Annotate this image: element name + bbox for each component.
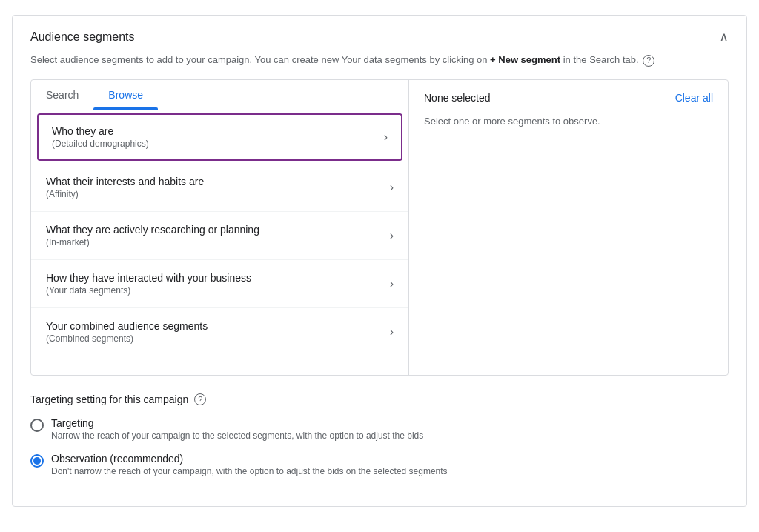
- targeting-radio[interactable]: [30, 419, 44, 432]
- browse-item-sub-4: (Combined segments): [46, 333, 208, 344]
- browse-item-main-0: Who they are: [52, 125, 149, 137]
- targeting-label-desc: Narrow the reach of your campaign to the…: [51, 430, 423, 441]
- browse-item-sub-1: (Affinity): [46, 189, 204, 199]
- browse-item-main-1: What their interests and habits are: [46, 176, 204, 187]
- panel-header: Audience segments ∧: [30, 30, 729, 44]
- radio-option-targeting: Targeting Narrow the reach of your campa…: [30, 417, 729, 441]
- browse-item-who-they-are[interactable]: Who they are (Detailed demographics) ›: [37, 113, 402, 161]
- description-bold: + New segment: [490, 54, 560, 65]
- browse-list: Who they are (Detailed demographics) › W…: [31, 110, 408, 375]
- targeting-section: Targeting setting for this campaign ? Ta…: [30, 393, 729, 476]
- browse-item-interests-habits[interactable]: What their interests and habits are (Aff…: [31, 164, 408, 212]
- main-container: Audience segments ∧ Select audience segm…: [0, 0, 759, 522]
- none-selected-label: None selected: [424, 92, 491, 104]
- tabs-container: Search Browse: [31, 80, 408, 110]
- browse-item-sub-0: (Detailed demographics): [52, 139, 149, 149]
- browse-item-main-3: How they have interacted with your busin…: [46, 272, 251, 284]
- chevron-right-icon-1: ›: [390, 181, 394, 194]
- tab-browse[interactable]: Browse: [93, 80, 158, 110]
- chevron-right-icon-4: ›: [390, 325, 394, 339]
- radio-option-observation: Observation (recommended) Don't narrow t…: [30, 453, 729, 476]
- clear-all-button[interactable]: Clear all: [675, 92, 713, 104]
- browse-item-main-2: What they are actively researching or pl…: [46, 224, 259, 236]
- panel-title: Audience segments: [30, 30, 135, 44]
- chevron-right-icon-3: ›: [390, 277, 394, 290]
- browse-item-sub-2: (In-market): [46, 237, 259, 247]
- right-panel-header: None selected Clear all: [424, 92, 713, 104]
- description-part2: in the Search tab.: [563, 54, 639, 65]
- chevron-right-icon-2: ›: [390, 229, 394, 242]
- observe-text: Select one or more segments to observe.: [424, 116, 713, 127]
- panel-description: Select audience segments to add to your …: [30, 53, 729, 67]
- browse-item-interacted-business[interactable]: How they have interacted with your busin…: [31, 260, 408, 308]
- right-panel: None selected Clear all Select one or mo…: [409, 80, 728, 375]
- browse-item-combined-audience[interactable]: Your combined audience segments (Combine…: [31, 308, 408, 356]
- observation-radio[interactable]: [30, 454, 44, 468]
- targeting-title: Targeting setting for this campaign ?: [30, 393, 729, 405]
- left-panel: Search Browse Who they are (Detailed dem…: [31, 80, 409, 375]
- tab-search[interactable]: Search: [31, 80, 93, 110]
- observation-label-desc: Don't narrow the reach of your campaign,…: [51, 466, 448, 476]
- observation-label-main[interactable]: Observation (recommended): [51, 453, 448, 465]
- targeting-label-main[interactable]: Targeting: [51, 417, 423, 429]
- help-icon[interactable]: ?: [643, 55, 654, 67]
- collapse-icon[interactable]: ∧: [719, 30, 729, 44]
- browse-item-sub-3: (Your data segments): [46, 285, 251, 296]
- browse-item-main-4: Your combined audience segments: [46, 320, 208, 332]
- description-part1: Select audience segments to add to your …: [30, 54, 487, 65]
- content-area: Search Browse Who they are (Detailed dem…: [30, 79, 729, 376]
- targeting-help-icon[interactable]: ?: [194, 393, 206, 405]
- chevron-right-icon-0: ›: [384, 130, 388, 144]
- browse-item-researching-planning[interactable]: What they are actively researching or pl…: [31, 212, 408, 260]
- audience-segments-panel: Audience segments ∧ Select audience segm…: [12, 15, 747, 507]
